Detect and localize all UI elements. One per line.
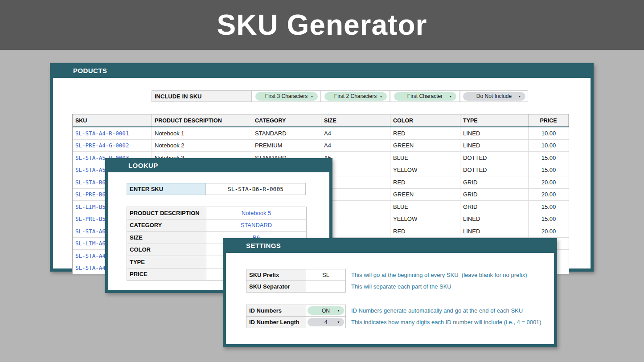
price-cell: 15.00	[529, 164, 569, 176]
enter-sku-input[interactable]: SL-STA-B6-R-0005	[205, 183, 306, 195]
settings-panel-body	[226, 253, 554, 344]
lookup-label-price: PRICE	[127, 268, 206, 281]
column-header-sku: SKU	[73, 114, 152, 126]
table-row: SL-STA-A4-R-0001Notebook 1STANDARDA4REDL…	[73, 127, 569, 140]
include-dropdown-size-value: First 2 Characters	[334, 93, 377, 99]
dropdown-arrow-icon: ▼	[518, 95, 521, 98]
lookup-value-category: STANDARD	[206, 220, 306, 232]
lookup-label-size: SIZE	[127, 232, 206, 244]
color-cell: BLUE	[390, 152, 460, 164]
color-cell: YELLOW	[390, 213, 460, 225]
products-table-header: SKUPRODUCT DESCRIPTIONCATEGORYSIZECOLORT…	[73, 114, 569, 127]
type-cell: LINED	[460, 127, 529, 139]
sku-separator-field[interactable]: -	[306, 281, 346, 293]
product-description-cell: Notebook 1	[152, 127, 252, 139]
settings-note-sku-prefix: This will go at the beginning of every S…	[351, 269, 527, 281]
price-cell: 15.00	[529, 201, 569, 213]
settings-row: SKU PrefixSLThis will go at the beginnin…	[246, 269, 527, 281]
category-cell: PREMIUM	[252, 140, 321, 152]
dropdown-arrow-icon: ▼	[449, 95, 452, 98]
lookup-label-category: CATEGORY	[127, 220, 206, 232]
sku-cell[interactable]: SL-STA-A4-R-0001	[73, 127, 152, 139]
settings-panel: SETTINGS SKU PrefixSLThis will go at the…	[223, 238, 557, 347]
lookup-row: PRODUCT DESCRIPTIONNotebook 5	[127, 207, 306, 220]
color-cell: YELLOW	[390, 164, 460, 176]
id-number-length-dropdown-value: 4	[324, 319, 328, 325]
id-numbers-dropdown-value: ON	[322, 308, 330, 314]
column-header-category: CATEGORY	[252, 114, 321, 126]
include-dropdown-size[interactable]: First 2 Characters▼	[324, 92, 387, 101]
include-dropdown-cell: Do Not Include▼	[460, 90, 528, 102]
lookup-value-product-description: Notebook 5	[206, 207, 306, 219]
settings-label-id-numbers: ID Numbers	[246, 305, 306, 317]
lookup-label-type: TYPE	[127, 256, 206, 268]
dropdown-arrow-icon: ▼	[311, 95, 314, 98]
lookup-row: CATEGORYSTANDARD	[127, 220, 306, 232]
price-cell: 20.00	[529, 176, 569, 188]
column-header-price: PRICE	[529, 114, 569, 126]
type-cell: GRID	[460, 176, 529, 188]
app-banner: SKU Generator	[0, 0, 644, 50]
id-numbers-dropdown[interactable]: ON▼	[308, 306, 344, 315]
type-cell: LINED	[460, 213, 529, 225]
price-cell: 10.00	[529, 140, 569, 152]
lookup-panel-title: LOOKUP	[105, 158, 332, 173]
settings-note-id-number-length: This indicates how many digits each ID n…	[351, 316, 541, 328]
page-title: SKU Generator	[217, 8, 427, 41]
price-cell: 15.00	[529, 152, 569, 164]
color-cell: RED	[390, 225, 460, 237]
dropdown-arrow-icon: ▼	[337, 309, 340, 312]
size-cell: A4	[321, 127, 390, 139]
dropdown-arrow-icon: ▼	[380, 95, 383, 98]
settings-panel-title: SETTINGS	[223, 238, 557, 253]
settings-row: SKU Separator-This will separate each pa…	[246, 281, 527, 293]
sku-cell[interactable]: SL-PRE-A4-G-0002	[73, 140, 152, 152]
color-cell: GREEN	[390, 140, 460, 152]
price-cell: 10.00	[529, 127, 569, 139]
type-cell: DOTTED	[460, 164, 529, 176]
settings-label-sku-prefix: SKU Prefix	[246, 269, 306, 281]
settings-note-id-numbers: ID Numbers generate automatically and go…	[351, 305, 523, 317]
id-numbers-field: ON▼	[306, 305, 346, 317]
column-header-color: COLOR	[390, 114, 460, 126]
include-in-sku-label: INCLUDE IN SKU	[152, 90, 252, 102]
size-cell: A4	[321, 140, 390, 152]
color-cell: RED	[390, 127, 460, 139]
include-dropdown-color-value: First Character	[407, 93, 443, 99]
sku-prefix-field[interactable]: SL	[306, 269, 346, 281]
type-cell: LINED	[460, 140, 529, 152]
include-dropdown-color[interactable]: First Character▼	[394, 92, 456, 101]
product-description-cell: Notebook 2	[152, 140, 252, 152]
color-cell: BLUE	[390, 201, 460, 213]
dropdown-arrow-icon: ▼	[337, 321, 340, 324]
price-cell: 20.00	[529, 189, 569, 201]
color-cell: GREEN	[390, 189, 460, 201]
include-dropdown-type-value: Do Not Include	[476, 93, 512, 99]
column-header-product-description: PRODUCT DESCRIPTION	[152, 114, 252, 126]
price-cell: 15.00	[529, 213, 569, 225]
include-dropdown-cell: First Character▼	[390, 90, 460, 102]
color-cell: RED	[390, 176, 460, 188]
settings-label-id-number-length: ID Number Length	[246, 316, 306, 328]
price-cell: 20.00	[529, 225, 569, 237]
type-cell: DOTTED	[460, 152, 529, 164]
table-row: SL-PRE-A4-G-0002Notebook 2PREMIUMA4GREEN…	[73, 140, 569, 152]
type-cell: GRID	[460, 201, 529, 213]
settings-row: ID Number Length4▼This indicates how man…	[246, 316, 541, 328]
include-dropdown-category[interactable]: First 3 Characters▼	[255, 92, 318, 101]
id-number-length-field: 4▼	[306, 316, 346, 328]
column-header-size: SIZE	[321, 114, 390, 126]
id-number-length-dropdown[interactable]: 4▼	[308, 318, 344, 326]
include-dropdown-cell: First 2 Characters▼	[321, 90, 390, 102]
column-header-type: TYPE	[460, 114, 529, 126]
products-panel-title: PODUCTS	[50, 63, 594, 78]
include-dropdown-type[interactable]: Do Not Include▼	[463, 92, 525, 101]
include-dropdown-cell: First 3 Characters▼	[252, 90, 321, 102]
type-cell: GRID	[460, 189, 529, 201]
category-cell: STANDARD	[252, 127, 321, 139]
settings-note-sku-separator: This will separate each part of the SKU	[351, 281, 451, 293]
type-cell: LINED	[460, 225, 529, 237]
lookup-label-product-description: PRODUCT DESCRIPTION	[127, 207, 206, 219]
settings-label-sku-separator: SKU Separator	[246, 281, 306, 293]
lookup-label-color: COLOR	[127, 244, 206, 256]
